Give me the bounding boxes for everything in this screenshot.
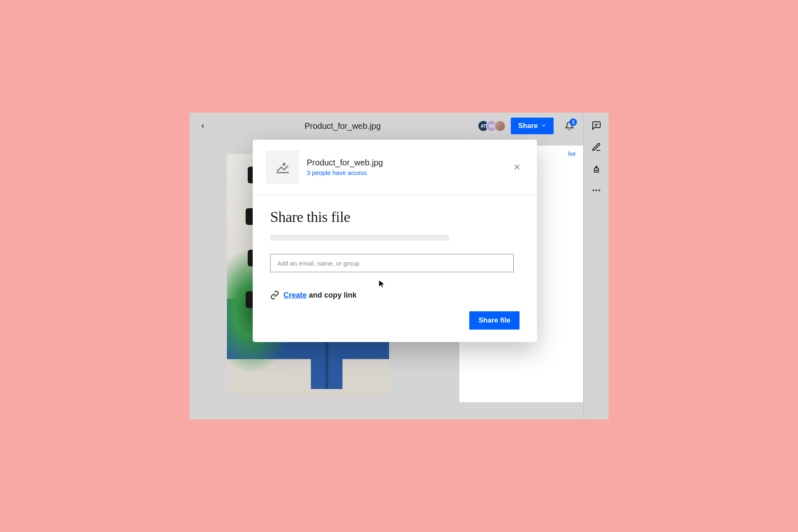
edit-button[interactable]	[591, 142, 602, 153]
modal-header: Product_for_web.jpg 3 people have access	[253, 140, 537, 195]
svg-point-6	[596, 190, 597, 191]
back-button[interactable]	[198, 121, 208, 131]
close-button[interactable]	[510, 160, 524, 174]
resolve-link[interactable]: lve	[568, 150, 576, 157]
modal-file-meta: Product_for_web.jpg 3 people have access	[307, 158, 503, 176]
modal-body: Share this file Create and copy link	[253, 195, 537, 311]
modal-file-name: Product_for_web.jpg	[307, 158, 503, 167]
file-title: Product_for_web.jpg	[213, 121, 473, 131]
main-area: Product_for_web.jpg AT VJ Share 3	[190, 113, 584, 419]
share-button[interactable]: Share	[511, 118, 554, 134]
share-file-button[interactable]: Share file	[469, 311, 520, 330]
avatar[interactable]	[494, 120, 506, 132]
comments-button[interactable]	[591, 120, 602, 131]
svg-point-0	[283, 163, 285, 165]
more-button[interactable]	[591, 185, 602, 196]
chevron-left-icon	[200, 123, 206, 129]
skeleton-line	[270, 235, 449, 241]
create-link-row[interactable]: Create and copy link	[270, 291, 520, 300]
right-sidebar	[584, 113, 608, 419]
stamp-button[interactable]	[591, 163, 602, 174]
close-icon	[512, 163, 522, 172]
modal-title: Share this file	[270, 208, 520, 226]
share-button-label: Share	[518, 122, 538, 130]
topbar: Product_for_web.jpg AT VJ Share 3	[190, 113, 584, 139]
modal-footer: Share file	[253, 311, 537, 342]
chevron-down-icon	[541, 123, 546, 129]
comments-icon	[591, 121, 601, 131]
more-icon	[591, 185, 601, 195]
notifications-button[interactable]: 3	[564, 120, 575, 132]
create-link-label[interactable]: Create	[283, 291, 307, 299]
file-thumbnail	[266, 150, 299, 184]
recipient-input[interactable]	[270, 254, 514, 272]
app-window: Product_for_web.jpg AT VJ Share 3	[190, 113, 608, 419]
image-icon	[274, 159, 291, 175]
avatar-stack[interactable]: AT VJ	[478, 120, 506, 132]
notification-badge: 3	[569, 118, 577, 126]
link-icon	[270, 291, 279, 300]
edit-icon	[591, 142, 601, 152]
svg-point-5	[593, 190, 594, 191]
access-link[interactable]: 3 people have access	[307, 169, 503, 176]
copy-link-rest: and copy link	[307, 291, 357, 299]
stamp-icon	[591, 164, 601, 174]
svg-point-7	[598, 190, 600, 191]
share-modal: Product_for_web.jpg 3 people have access…	[253, 140, 537, 342]
